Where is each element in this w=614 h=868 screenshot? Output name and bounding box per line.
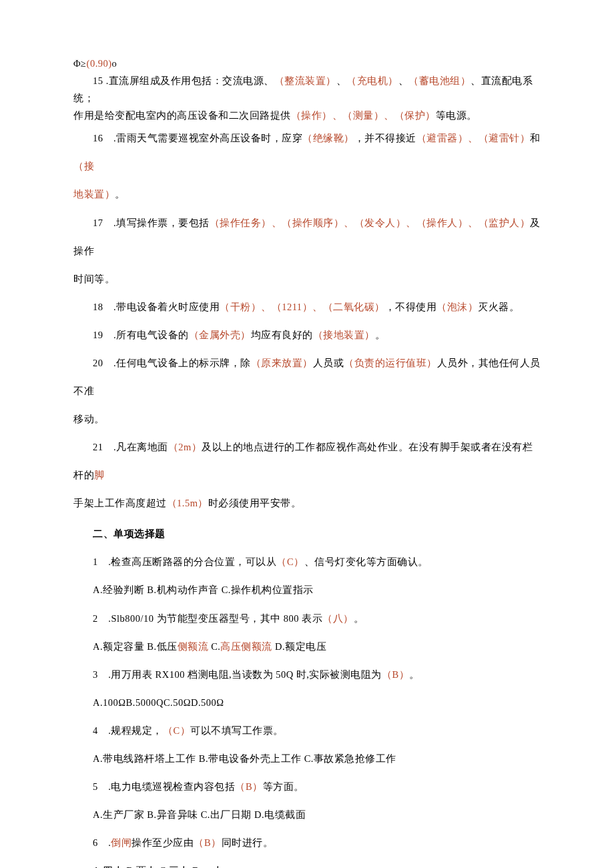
text: D.额定电压 [275, 641, 326, 652]
fill-question-15-line2: 作用是给变配电室内的高压设备和二次回路提供（操作）、（测量）、（保护）等电源。 [73, 107, 541, 124]
text: 1 .检查高压断路器的分合位置，可以从 [93, 556, 276, 567]
text: 同时进行。 [222, 837, 274, 848]
text: 16 .雷雨天气需要巡视室外高压设备时，应穿 [93, 133, 302, 143]
text: 。 [375, 330, 386, 340]
text: 等电源。 [436, 110, 477, 121]
fill-question-16-line2: 地装置）。 [73, 180, 541, 208]
fill-question-18: 18 .带电设备着火时应使用（干粉）、（1211）、（二氧化碳），不得使用（泡沫… [73, 293, 541, 321]
section-title-mc: 二、单项选择题 [73, 520, 541, 548]
fill-question-17: 17 .填写操作票，要包括（操作任务）、（操作顺序）、（发令人）、（操作人）、（… [73, 209, 541, 265]
text: 灭火器。 [478, 302, 519, 312]
mc-question-3: 3 .用万用表 RX100 档测电阻,当读数为 50Q 时,实际被测电阻为（B）… [73, 661, 541, 689]
answer-text: （C） [276, 556, 304, 567]
text: Φ≥ [73, 58, 87, 69]
answer-text: （接地装置） [313, 330, 375, 340]
answer-text: （干粉）、（1211）、（二氧化碳） [220, 302, 384, 312]
text: A.四人 B.两人 C.三人 D.一人 [93, 865, 223, 868]
answer-text: （B） [194, 837, 221, 848]
answer-text: （金属外壳） [189, 330, 251, 340]
answer-text: （蓄电池组） [408, 75, 471, 86]
text: 20 .任何电气设备上的标示牌，除 [93, 358, 251, 368]
fill-question-21-line2: 手架上工作高度超过（1.5m）时必须使用平安带。 [73, 489, 541, 517]
text: A.带电线路杆塔上工作 B.带电设备外壳上工作 C.事故紧急抢修工作 [93, 753, 396, 764]
mc-question-1: 1 .检查高压断路器的分合位置，可以从（C）、信号灯变化等方面确认。 [73, 548, 541, 576]
answer-text: （原来放置） [251, 358, 313, 368]
text: 等方面。 [263, 781, 304, 792]
text: 5 .电力电缆巡视检查内容包括 [93, 781, 235, 792]
answer-text: （B） [235, 781, 262, 792]
answer-text: （2m） [168, 442, 202, 452]
text: 19 .所有电气设备的 [93, 330, 189, 340]
text: 15 .直流屏组成及作用包括：交流电源、 [93, 75, 274, 86]
fill-question-15: 15 .直流屏组成及作用包括：交流电源、（整流装置）、（充电机）、（蓄电池组）、… [73, 72, 541, 107]
mc-question-6: 6 .倒闸操作至少应由（B）同时进行。 [73, 829, 541, 857]
answer-text: （整流装置） [274, 75, 336, 86]
document-page: Φ≥(0.90)o 15 .直流屏组成及作用包括：交流电源、（整流装置）、（充电… [0, 0, 614, 868]
text: 和 [530, 133, 541, 143]
text: 人员或 [313, 358, 344, 368]
text: 2 .Slb800/10 为节能型变压器型号，其中 800 表示 [93, 613, 322, 624]
text: ，不得使用 [385, 302, 437, 312]
text-red: 倒闸 [111, 837, 131, 848]
text: 时必须使用平安带。 [208, 498, 302, 508]
text: A.100ΩB.5000QC.50ΩD.500Ω [93, 697, 224, 708]
text-red: 高压侧额流 [220, 641, 275, 652]
fill-question-20: 20 .任何电气设备上的标示牌，除（原来放置）人员或（负责的运行值班）人员外，其… [73, 349, 541, 405]
heading-text: 二、单项选择题 [93, 528, 166, 539]
answer-text: （绝缘靴） [302, 133, 354, 143]
answer-text: （C） [163, 725, 190, 736]
mc-options-1: A.经验判断 B.机构动作声音 C.操作机构位置指示 [73, 576, 541, 604]
text: 可以不填写工作票。 [190, 725, 284, 736]
text: 、 [336, 75, 347, 86]
answer-text: (0.90) [87, 58, 112, 69]
fill-question-21: 21 .凡在离地面（2m）及以上的地点进行的工作都应视作高处作业。在没有脚手架或… [73, 433, 541, 489]
text: 4 .规程规定， [93, 725, 163, 736]
text: 3 .用万用表 RX100 档测电阻,当读数为 50Q 时,实际被测电阻为 [93, 669, 382, 680]
fill-question-16: 16 .雷雨天气需要巡视室外高压设备时，应穿（绝缘靴），并不得接近（避雷器）、（… [73, 124, 541, 180]
answer-text: （充电机） [346, 75, 398, 86]
mc-question-2: 2 .Slb800/10 为节能型变压器型号，其中 800 表示（八）。 [73, 604, 541, 632]
answer-text: （接 [73, 161, 94, 171]
mc-options-2: A.额定容量 B.低压侧额流 C.高压侧额流 D.额定电压 [73, 632, 541, 661]
fragment-prev-answer: Φ≥(0.90)o [73, 55, 541, 72]
answer-text: （1.5m） [167, 498, 208, 508]
mc-options-5: A.生产厂家 B.异音异味 C.出厂日期 D.电缆截面 [73, 801, 541, 829]
answer-text: （避雷器）、（避雷针） [416, 133, 531, 143]
fill-question-19: 19 .所有电气设备的（金属外壳）均应有良好的（接地装置）。 [73, 321, 541, 349]
text: 。 [409, 669, 420, 680]
text: 。 [354, 613, 364, 624]
answer-text: 脚 [94, 470, 105, 480]
mc-options-4: A.带电线路杆塔上工作 B.带电设备外壳上工作 C.事故紧急抢修工作 [73, 745, 541, 773]
answer-text: （操作任务）、（操作顺序）、（发令人）、（操作人）、（监护人） [210, 218, 531, 228]
mc-options-3: A.100ΩB.5000QC.50ΩD.500Ω [73, 689, 541, 717]
answer-text: 地装置） [73, 189, 115, 199]
text: A.经验判断 B.机构动作声音 C.操作机构位置指示 [93, 584, 314, 595]
answer-text: （负责的运行值班） [344, 358, 437, 368]
text: 手架上工作高度超过 [73, 498, 167, 508]
text: 作用是给变配电室内的高压设备和二次回路提供 [73, 110, 291, 121]
text: C. [211, 641, 220, 652]
text-red: 侧额流 [178, 641, 212, 652]
text: 。 [115, 189, 125, 199]
text: A.生产厂家 B.异音异味 C.出厂日期 D.电缆截面 [93, 809, 306, 820]
answer-text: （泡沫） [436, 302, 478, 312]
fill-question-17-line2: 时间等。 [73, 265, 541, 293]
text: 17 .填写操作票，要包括 [93, 218, 210, 228]
text: 21 .凡在离地面 [93, 442, 168, 452]
text: 操作至少应由 [131, 837, 194, 848]
text: A.额定容量 B.低压 [93, 641, 178, 652]
mc-question-5: 5 .电力电缆巡视检查内容包括（B）等方面。 [73, 773, 541, 801]
text: 均应有良好的 [251, 330, 313, 340]
mc-question-4: 4 .规程规定，（C）可以不填写工作票。 [73, 717, 541, 745]
fill-question-20-line2: 移动。 [73, 405, 541, 433]
text: ，并不得接近 [354, 133, 416, 143]
mc-options-6: A.四人 B.两人 C.三人 D.一人 [73, 857, 541, 868]
text: 、信号灯变化等方面确认。 [304, 556, 428, 567]
text: 移动。 [73, 414, 105, 424]
text: 6 . [93, 837, 111, 848]
answer-text: （八） [322, 613, 354, 624]
answer-text: （B） [382, 669, 409, 680]
text: 时间等。 [73, 274, 115, 284]
text: 、 [398, 75, 409, 86]
answer-text: （操作）、（测量）、（保护） [291, 110, 436, 121]
